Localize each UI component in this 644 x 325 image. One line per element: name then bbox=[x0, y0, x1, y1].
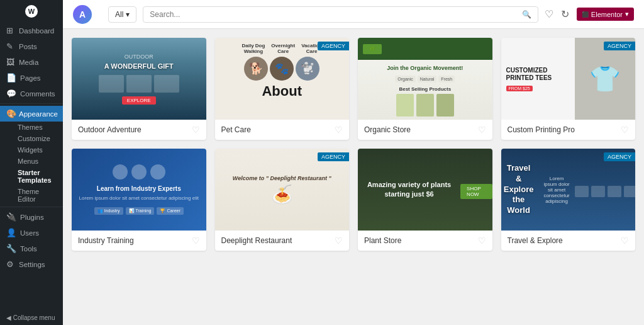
template-card-restaurant[interactable]: AGENCY Welcome to " Deeplight Restaurant… bbox=[215, 149, 350, 251]
thumb-training: Learn from Industry Experts Lorem ipsum … bbox=[72, 149, 206, 231]
template-card-printing[interactable]: AGENCY CUSTOMIZED PRINTED TEES FROM $25 … bbox=[501, 38, 636, 140]
template-label-travel: Travel & Explore ♡ bbox=[501, 231, 636, 251]
chevron-down-icon: ▾ bbox=[126, 10, 130, 19]
settings-icon: ⚙ bbox=[6, 259, 15, 269]
food-emoji: 🍝 bbox=[271, 184, 293, 205]
outdoor-cta[interactable]: EXPLORE bbox=[122, 96, 156, 105]
sidebar-label-posts: Posts bbox=[19, 43, 37, 50]
plants-cta[interactable]: SHOP NOW bbox=[460, 184, 492, 199]
wordpress-logo: W bbox=[25, 5, 38, 18]
dogs-row: 🐕 🐾 🐩 bbox=[244, 57, 319, 81]
travel-title: Travel & Explore the World bbox=[501, 158, 539, 221]
sidebar-item-plugins[interactable]: 🔌 Plugins bbox=[0, 209, 63, 225]
posts-icon: ✎ bbox=[6, 42, 15, 51]
organic-logo: 🌿 bbox=[363, 44, 382, 54]
main-area: A All ▾ 🔍 ♡ ↻ ⬛ Elementor ▾ bbox=[63, 0, 644, 325]
template-label-printing: Custom Printing Pro ♡ bbox=[501, 120, 636, 140]
organic-products-title: Best Selling Products bbox=[399, 86, 451, 92]
template-card-outdoor[interactable]: OUTDOOR A WONDERFUL GIFT EXPLORE Outdoor… bbox=[72, 38, 206, 140]
astra-logo: A bbox=[73, 5, 92, 24]
collapse-icon: ◀ bbox=[6, 314, 13, 321]
media-icon: 🖼 bbox=[6, 57, 15, 67]
sidebar-sub-themes[interactable]: Themes bbox=[0, 122, 63, 133]
thumb-outdoor: OUTDOOR A WONDERFUL GIFT EXPLORE bbox=[72, 38, 206, 120]
favorites-icon[interactable]: ♡ bbox=[545, 8, 553, 20]
travel-subtitle: Lorem ipsum dolor sit amet consectetur a… bbox=[543, 176, 569, 204]
template-card-training[interactable]: Learn from Industry Experts Lorem ipsum … bbox=[72, 149, 206, 251]
elementor-chevron: ▾ bbox=[625, 10, 629, 18]
sidebar-item-pages[interactable]: 📄 Pages bbox=[0, 70, 63, 86]
printing-title: CUSTOMIZED PRINTED TEES bbox=[506, 67, 570, 82]
favorite-training[interactable]: ♡ bbox=[192, 236, 200, 246]
refresh-icon[interactable]: ↻ bbox=[561, 8, 569, 20]
appearance-icon: 🎨 bbox=[6, 109, 15, 118]
sidebar-label-users: Users bbox=[20, 229, 39, 237]
template-label-training: Industry Training ♡ bbox=[72, 231, 206, 251]
sidebar-item-posts[interactable]: ✎ Posts bbox=[0, 38, 63, 54]
training-icons bbox=[113, 164, 165, 180]
training-subtitle: Lorem ipsum dolor sit amet consectetur a… bbox=[79, 195, 199, 201]
sidebar-label-settings: Settings bbox=[19, 261, 45, 268]
favorite-plants[interactable]: ♡ bbox=[478, 236, 486, 246]
template-card-organic[interactable]: 🌿 Join the Organic Movement! Organic Nat… bbox=[358, 38, 492, 140]
topbar-actions: ♡ ↻ ⬛ Elementor ▾ bbox=[545, 8, 634, 21]
collapse-menu[interactable]: ◀ Collapse menu bbox=[0, 311, 63, 325]
template-name-training: Industry Training bbox=[78, 236, 134, 245]
template-card-travel[interactable]: AGENCY Travel & Explore the World Lorem … bbox=[501, 149, 636, 251]
organic-header: 🌿 bbox=[358, 38, 492, 60]
thumb-organic: 🌿 Join the Organic Movement! Organic Nat… bbox=[358, 38, 492, 120]
sidebar-sub-widgets[interactable]: Widgets bbox=[0, 144, 63, 156]
search-input[interactable] bbox=[150, 10, 518, 19]
sidebar-item-media[interactable]: 🖼 Media bbox=[0, 54, 63, 70]
sidebar-item-appearance[interactable]: 🎨 Appearance bbox=[0, 106, 63, 122]
agency-badge-petcare: AGENCY bbox=[318, 42, 349, 50]
favorite-outdoor[interactable]: ♡ bbox=[192, 125, 200, 135]
printing-left: CUSTOMIZED PRINTED TEES FROM $25 bbox=[501, 38, 575, 120]
template-label-petcare: Pet Care ♡ bbox=[215, 120, 350, 140]
sidebar-item-dashboard[interactable]: ⊞ Dashboard bbox=[0, 23, 63, 38]
sidebar-sub-starter-templates[interactable]: Starter Templates bbox=[0, 167, 63, 186]
plugins-icon: 🔌 bbox=[6, 212, 16, 222]
search-box: 🔍 bbox=[143, 6, 538, 23]
sidebar: W ⊞ Dashboard ✎ Posts 🖼 Media 📄 Pages 💬 … bbox=[0, 0, 63, 325]
sidebar-item-settings[interactable]: ⚙ Settings bbox=[0, 256, 63, 272]
filter-dropdown[interactable]: All ▾ bbox=[108, 6, 136, 23]
favorite-petcare[interactable]: ♡ bbox=[335, 125, 343, 135]
printing-price: FROM $25 bbox=[506, 86, 570, 91]
favorite-printing[interactable]: ♡ bbox=[621, 125, 629, 135]
thumb-petcare: AGENCY Daily DogWalking OvernightCare Va… bbox=[215, 38, 350, 120]
template-card-petcare[interactable]: AGENCY Daily DogWalking OvernightCare Va… bbox=[215, 38, 350, 140]
sidebar-sub-menus[interactable]: Menus bbox=[0, 156, 63, 167]
thumb-printing: AGENCY CUSTOMIZED PRINTED TEES FROM $25 … bbox=[501, 38, 636, 120]
favorite-travel[interactable]: ♡ bbox=[621, 236, 629, 246]
favorite-organic[interactable]: ♡ bbox=[478, 125, 486, 135]
template-grid: OUTDOOR A WONDERFUL GIFT EXPLORE Outdoor… bbox=[72, 38, 635, 251]
sidebar-label-appearance: Appearance bbox=[19, 110, 58, 118]
thumb-plants: Amazing variety of plants starting just … bbox=[358, 149, 492, 231]
sidebar-label-pages: Pages bbox=[20, 74, 41, 82]
template-card-plants[interactable]: Amazing variety of plants starting just … bbox=[358, 149, 492, 251]
restaurant-title: Welcome to " Deeplight Restaurant " bbox=[233, 175, 331, 181]
template-label-organic: Organic Store ♡ bbox=[358, 120, 492, 140]
thumb-travel: AGENCY Travel & Explore the World Lorem … bbox=[501, 149, 636, 231]
sidebar-item-users[interactable]: 👤 Users bbox=[0, 225, 63, 241]
sidebar-item-comments[interactable]: 💬 Comments bbox=[0, 86, 63, 101]
sidebar-item-tools[interactable]: 🔧 Tools bbox=[0, 241, 63, 256]
template-name-restaurant: Deeplight Restaurant bbox=[221, 236, 292, 245]
template-name-petcare: Pet Care bbox=[221, 125, 251, 134]
sidebar-sub-customize[interactable]: Customize bbox=[0, 133, 63, 144]
favorite-restaurant[interactable]: ♡ bbox=[335, 236, 343, 246]
content-area: OUTDOOR A WONDERFUL GIFT EXPLORE Outdoor… bbox=[63, 29, 644, 325]
elementor-label: Elementor bbox=[591, 11, 623, 18]
outdoor-thumbnails bbox=[99, 75, 179, 93]
users-icon: 👤 bbox=[6, 228, 16, 237]
dashboard-icon: ⊞ bbox=[6, 26, 15, 35]
outdoor-title: A WONDERFUL GIFT bbox=[104, 62, 174, 70]
sidebar-sub-theme-editor[interactable]: Theme Editor bbox=[0, 186, 63, 205]
organic-body: Join the Organic Movement! Organic Natur… bbox=[358, 60, 492, 120]
elementor-badge[interactable]: ⬛ Elementor ▾ bbox=[577, 8, 634, 21]
sidebar-label-media: Media bbox=[19, 59, 38, 66]
pages-icon: 📄 bbox=[6, 73, 16, 83]
template-name-outdoor: Outdoor Adventure bbox=[78, 125, 142, 134]
sidebar-label-tools: Tools bbox=[20, 245, 37, 253]
